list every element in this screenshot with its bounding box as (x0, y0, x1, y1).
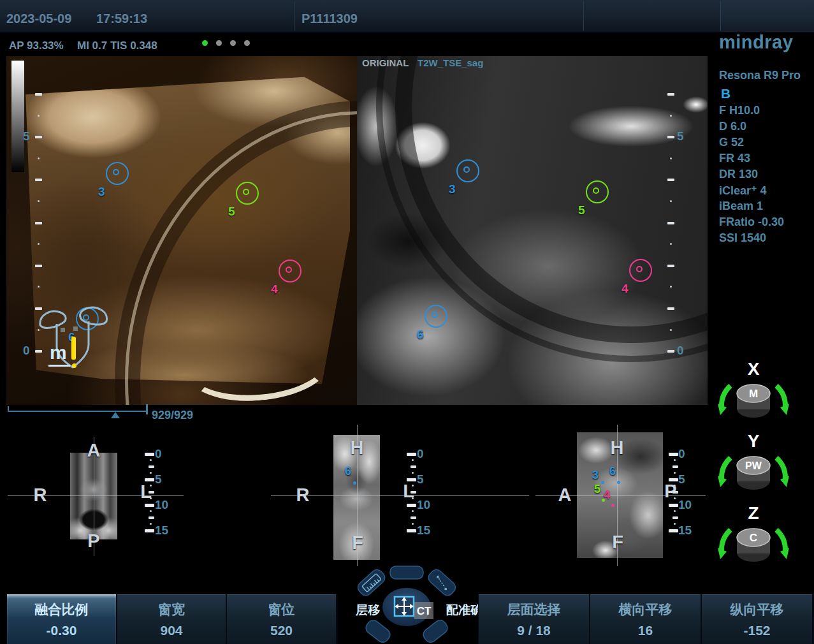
fusion-marker-6[interactable]: 6 (425, 305, 447, 328)
ruler-label: 5 (23, 129, 30, 143)
trackball-segment-bottom-left[interactable] (363, 618, 392, 644)
ruler-label: 15 (155, 523, 168, 538)
knob-axis-z: Z (718, 503, 789, 523)
param-ssi: SSI 1540 (719, 231, 766, 245)
ruler-label: 5 (155, 472, 162, 487)
rotary-knob-pw[interactable]: PW (718, 451, 789, 495)
softkey-value: 520 (227, 622, 336, 639)
marker-dot (601, 481, 604, 484)
softkey-value: 9 / 18 (479, 622, 589, 639)
marker-number: 3 (98, 185, 105, 199)
cine-scrollbar-end (146, 404, 148, 414)
softkey-value: -152 (702, 622, 812, 639)
marker-number: 3 (592, 469, 599, 482)
ruler-label: 0 (417, 447, 424, 461)
ruler-label: 5 (677, 129, 684, 143)
softkey-window-width[interactable]: 窗宽 904 (117, 594, 226, 644)
cine-scrollbar[interactable] (8, 411, 147, 412)
fusion-marker-5[interactable]: 5 (586, 180, 609, 203)
grayscale-map-bar (11, 61, 24, 172)
marker-number: 4 (621, 282, 629, 296)
fusion-marker-4[interactable]: 4 (629, 259, 652, 282)
ruler-label: 5 (417, 472, 424, 487)
marker-core (432, 312, 438, 318)
ruler-label: 0 (678, 447, 685, 461)
trackball-left-function: 层移 (356, 602, 380, 618)
cine-scrollbar-start (8, 406, 9, 412)
softkey-label: 窗位 (227, 601, 336, 618)
orientation-letter: F (608, 532, 627, 553)
mri-reference-view[interactable]: ORIGINAL T2W_TSE_sag (357, 56, 708, 405)
softkey-window-level[interactable]: 窗位 520 (226, 594, 337, 644)
topbar-separator (583, 1, 584, 31)
patient-id: P1111309 (302, 11, 358, 26)
image-tag: ORIGINAL (362, 57, 409, 68)
orientation-letter: A (84, 440, 103, 461)
trackball-segment-top[interactable] (390, 566, 423, 579)
ultrasound-workstation: 2023-05-09 17:59:13 P1111309 AP 93.33% M… (0, 0, 814, 644)
knob-axis-y: Y (718, 431, 789, 451)
mi-tis-readout: MI 0.7 TIS 0.348 (77, 40, 157, 52)
marker-number: 4 (271, 282, 278, 296)
param-iclear: iClear⁺ 4 (719, 184, 767, 198)
softkey-fusion-ratio[interactable]: 融合比例 -0.30 (6, 594, 117, 644)
body-marker-underline (48, 365, 70, 367)
ruler-label: 5 (678, 472, 685, 487)
page-indicator-dot (230, 40, 236, 46)
trackball-segment-ruler[interactable] (356, 567, 388, 598)
ruler-label: 10 (678, 498, 692, 512)
orientation-letter: R (293, 485, 312, 506)
marker-dot (353, 481, 356, 485)
marker-core (593, 187, 599, 194)
cine-position-arrow[interactable] (111, 412, 120, 418)
fusion-marker-5[interactable]: 5 (236, 182, 259, 205)
topbar-light-cell (720, 0, 814, 32)
orientation-letter: P (84, 531, 103, 552)
body-marker-letter: m (50, 342, 67, 363)
mpr-ruler (668, 453, 678, 534)
softkey-value: 16 (590, 622, 701, 639)
marker-number: 4 (604, 488, 610, 502)
marker-number: 5 (228, 205, 235, 219)
softkey-value: -0.30 (7, 622, 116, 639)
trackball-segment-bottom-right[interactable] (421, 618, 449, 644)
param-framerate: FR 43 (719, 152, 750, 165)
mindray-logo: mindray (719, 32, 793, 53)
ruler-label: 15 (678, 523, 692, 538)
rotary-knob-m[interactable]: M (718, 379, 789, 423)
top-info-bar: 2023-05-09 17:59:13 P1111309 (0, 0, 814, 33)
param-frequency: F H10.0 (719, 104, 760, 117)
softkey-vertical-pan[interactable]: 纵向平移 -152 (701, 594, 813, 644)
ruler-label: 10 (155, 498, 168, 512)
orientation-letter: F (348, 532, 367, 553)
marker-number: 6 (609, 465, 616, 478)
acoustic-output-row: AP 93.33% MI 0.7 TIS 0.348 (0, 33, 814, 56)
marker-number: 6 (345, 465, 351, 478)
fusion-marker-4[interactable]: 4 (279, 260, 302, 282)
right-softkey-bar: 层面选择 9 / 18 横向平移 16 纵向平移 -152 (478, 594, 814, 644)
marker-core (243, 189, 249, 195)
page-indicator-dot (202, 40, 208, 46)
param-depth: D 6.0 (719, 120, 746, 133)
rotary-knob-c[interactable]: C (718, 523, 789, 567)
page-indicator-dot (216, 40, 222, 46)
marker-number: 6 (417, 328, 424, 342)
fusion-marker-3[interactable]: 3 (456, 159, 479, 182)
param-dynamic-range: DR 130 (719, 168, 758, 181)
marker-core (463, 166, 470, 173)
fusion-marker-3[interactable]: 3 (106, 162, 129, 185)
marker-number: 5 (594, 483, 600, 496)
orientation-letter: H (347, 437, 367, 458)
orientation-letter: A (555, 485, 574, 506)
orientation-letter: R (31, 485, 50, 506)
trackball-segment-measure[interactable] (426, 567, 458, 598)
param-fratio: FRatio -0.30 (719, 216, 784, 229)
exam-time: 17:59:13 (96, 11, 147, 26)
softkey-horizontal-pan[interactable]: 横向平移 16 (590, 594, 701, 644)
softkey-slice-select[interactable]: 层面选择 9 / 18 (478, 594, 590, 644)
marker-dot (611, 504, 614, 507)
softkey-label: 纵向平移 (702, 601, 812, 618)
mri-sequence-label: T2W_TSE_sag (418, 57, 483, 68)
marker-number: 5 (578, 203, 585, 217)
probe-model: Resona R9 Pro (719, 69, 801, 82)
